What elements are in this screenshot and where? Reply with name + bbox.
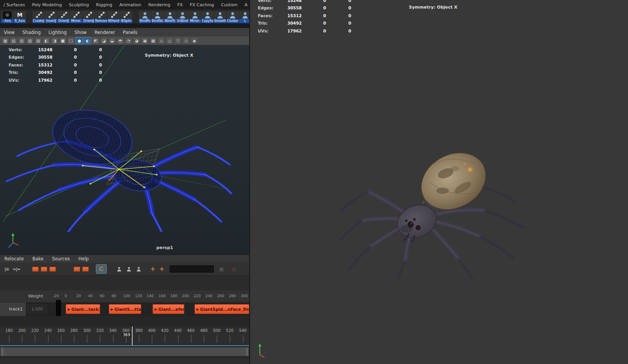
- fill-shade-icon[interactable]: ■: [59, 37, 67, 44]
- range-slider-bar[interactable]: [0, 347, 249, 356]
- camera-snapshot-icon[interactable]: ◆: [191, 37, 198, 44]
- shelf-iksplin[interactable]: IKSplin: [120, 11, 132, 23]
- menu-surfaces[interactable]: / Surfaces: [0, 2, 29, 7]
- menu-a[interactable]: A: [241, 2, 249, 7]
- te-menu-help[interactable]: Help: [74, 256, 93, 262]
- clip-play-icon: ▶: [68, 307, 70, 311]
- character-properties-icon[interactable]: [125, 265, 132, 273]
- gamma-icon[interactable]: ▽: [174, 37, 182, 44]
- animation-clip[interactable]: ▶GiantSpid...nFace_Die: [194, 304, 249, 314]
- track-header-row: Weight -20020406080100120140160180200220…: [0, 290, 249, 303]
- spider-model-wireframe[interactable]: [2, 75, 233, 232]
- panel-menu-show[interactable]: Show: [71, 30, 91, 35]
- track-name[interactable]: track1: [0, 303, 26, 316]
- menu-sculpting[interactable]: Sculpting: [65, 2, 92, 7]
- shelf-r-axis[interactable]: MR_Axis: [14, 11, 26, 23]
- shadows-icon[interactable]: ◓: [117, 37, 124, 44]
- te-menu-relocate[interactable]: Relocate: [0, 256, 28, 262]
- shaded-mode-icon[interactable]: ●: [76, 37, 83, 44]
- track-view-icon[interactable]: =|=: [13, 265, 20, 273]
- shelf-cluster[interactable]: Cluster: [227, 11, 239, 23]
- hud-stat-row: UVs:1796200: [258, 27, 351, 35]
- menu-fx[interactable]: FX: [174, 2, 186, 7]
- resolution-gate-icon[interactable]: ▥: [18, 37, 25, 44]
- shelf-orientj[interactable]: OrientJ: [83, 11, 95, 23]
- perspective-viewport[interactable]: Verts:1524800Edges:3055800Faces:1531200T…: [0, 45, 249, 255]
- safe-action-icon[interactable]: ◧: [43, 37, 50, 44]
- clip-graph-view-icon[interactable]: |≡: [3, 265, 10, 273]
- shelf-remove[interactable]: Remove: [95, 11, 107, 23]
- export-animation-icon[interactable]: +: [158, 265, 165, 273]
- film-gate-icon[interactable]: ▤: [10, 37, 17, 44]
- animation-clip[interactable]: ▶GiantS...ttack2: [109, 304, 141, 314]
- gate-mask-icon[interactable]: ▧: [26, 37, 34, 44]
- time-editor-field[interactable]: [170, 265, 214, 273]
- time-editor: RelocateBakeSourcesHelp |≡=|=++▥○ Weight…: [0, 255, 249, 364]
- shelf-lbindtc[interactable]: lBindTc: [164, 11, 176, 23]
- view-axis-gizmo: [6, 232, 22, 251]
- shelf-mirror[interactable]: Mirror.: [70, 11, 82, 23]
- menu-custom[interactable]: Custom: [218, 2, 241, 7]
- shelf-createj[interactable]: CreateJ: [32, 11, 45, 23]
- snap-grid-icon[interactable]: ▥: [218, 265, 225, 273]
- playback-timeline-ruler[interactable]: 369 180200220240260280300320340360380400…: [0, 326, 249, 346]
- shelf-bindpo[interactable]: BindPo: [139, 11, 151, 23]
- scene-sync-icon[interactable]: [96, 264, 107, 274]
- te-menu-sources[interactable]: Sources: [48, 256, 74, 262]
- xray-icon[interactable]: ▩: [149, 37, 157, 44]
- import-animation-icon[interactable]: +: [149, 265, 156, 273]
- menu-rendering[interactable]: Rendering: [145, 2, 174, 7]
- animation-clip[interactable]: ▶Giant...tack1: [66, 304, 100, 314]
- track-weight-field[interactable]: 1.000: [26, 303, 48, 315]
- xray-joints-icon[interactable]: ▫: [158, 37, 165, 44]
- panel-menu-lighting[interactable]: Lighting: [45, 30, 70, 35]
- textured-mode-icon[interactable]: ◩: [92, 37, 99, 44]
- time-cursor-block[interactable]: [56, 300, 61, 316]
- motion-blur-icon[interactable]: ◕: [133, 37, 140, 44]
- field-chart-icon[interactable]: ▨: [34, 37, 42, 44]
- lighting-icon[interactable]: ◒: [108, 37, 116, 44]
- shelf-insertj[interactable]: InsertJ: [45, 11, 57, 23]
- create-clip-from-selection-icon[interactable]: [40, 265, 47, 273]
- clip-play-icon: ▶: [111, 307, 113, 311]
- te-menu-bake[interactable]: Bake: [28, 256, 48, 262]
- shelf-smooth[interactable]: Smooth: [214, 11, 226, 23]
- shelf-copysv[interactable]: CopySv: [202, 11, 214, 23]
- panel-menu-panels[interactable]: Panels: [119, 30, 141, 35]
- wireframe-icon[interactable]: □: [67, 37, 75, 44]
- grid-toggle-icon[interactable]: ▦: [2, 37, 9, 44]
- wireframe-on-shaded-icon[interactable]: ◐: [84, 37, 91, 44]
- time-editor-ruler[interactable]: -200204060801001201401601802002202402602…: [0, 290, 249, 302]
- shelf-unbind[interactable]: UnBind: [176, 11, 189, 23]
- multisample-icon[interactable]: ▣: [141, 37, 149, 44]
- create-pose-clip-icon[interactable]: [49, 265, 56, 273]
- material-override-icon[interactable]: ◪: [100, 37, 108, 44]
- shelf-bindski[interactable]: BindSki: [151, 11, 164, 23]
- menu-fx-caching[interactable]: FX Caching: [186, 2, 218, 7]
- isolate-select-icon[interactable]: ◇: [182, 37, 190, 44]
- panel-menu-renderer[interactable]: Renderer: [91, 30, 119, 35]
- current-time-indicator[interactable]: [132, 326, 133, 345]
- panel-menu-view[interactable]: View: [0, 30, 18, 35]
- ao-icon[interactable]: ◔: [125, 37, 132, 44]
- safe-title-icon[interactable]: ◨: [51, 37, 58, 44]
- ghost-clip-icon[interactable]: ○: [230, 265, 237, 273]
- ungroup-clips-icon[interactable]: [82, 265, 89, 273]
- menu-rigging[interactable]: Rigging: [92, 2, 116, 7]
- menu-animation[interactable]: Animation: [116, 2, 145, 7]
- playback-range-slider[interactable]: [0, 346, 249, 358]
- group-clips-icon[interactable]: [73, 265, 80, 273]
- character-retarget-icon[interactable]: [135, 265, 142, 273]
- shelf-ikhand[interactable]: IKHand: [108, 11, 120, 23]
- create-clip-icon[interactable]: [32, 265, 39, 273]
- panel-menu-shading[interactable]: Shading: [18, 30, 45, 35]
- shaded-viewport[interactable]: Verts:1524800Edges:3055800Faces:1531200T…: [249, 0, 628, 364]
- menu-poly-modeling[interactable]: Poly Modeling: [29, 2, 65, 7]
- exposure-icon[interactable]: △: [166, 37, 173, 44]
- shelf-l[interactable]: L: [239, 11, 249, 23]
- shelf-axis[interactable]: ⊕-Axis: [1, 11, 13, 23]
- add-character-icon[interactable]: [115, 265, 122, 273]
- animation-clip[interactable]: ▶Giant...efend: [153, 304, 184, 314]
- shelf-orientj[interactable]: OrientJ: [58, 11, 70, 23]
- shelf-mirror[interactable]: Mirror:: [189, 11, 201, 23]
